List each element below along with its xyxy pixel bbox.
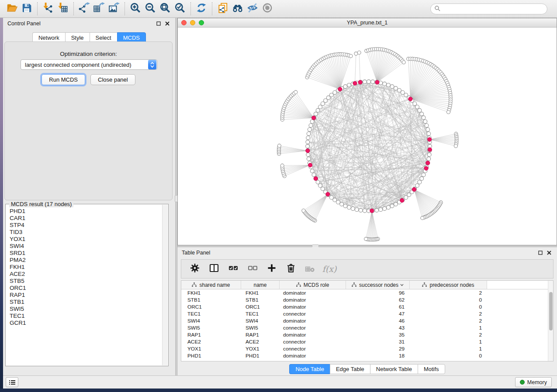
close-panel-button[interactable]: Close panel: [90, 74, 135, 85]
close-table-panel-icon[interactable]: [546, 249, 553, 256]
select-all-button[interactable]: [227, 262, 240, 275]
table-header: shared namenameMCDS rolesuccessor nodesp…: [181, 281, 553, 289]
search-modules-button[interactable]: [230, 1, 245, 16]
main-toolbar: [0, 0, 557, 18]
mcds-result-item[interactable]: CAR1: [10, 215, 163, 222]
select-all-icon: [228, 263, 239, 275]
function-button[interactable]: f(x): [323, 262, 336, 275]
close-panel-icon[interactable]: [164, 20, 171, 27]
table-toolbar: f(x): [181, 259, 554, 279]
table-row[interactable]: TEC1TEC1connector472: [181, 310, 553, 317]
table-row[interactable]: FKH1FKH1dominator962: [181, 289, 553, 296]
table-row[interactable]: ORC1ORC1dominator610: [181, 303, 553, 310]
mcds-list-scrollbar[interactable]: [162, 205, 168, 365]
gear-button[interactable]: [188, 262, 201, 275]
desktop-wallpaper-bottom: [0, 389, 557, 392]
cell-mcds_role: connector: [280, 325, 346, 331]
tab-node-table[interactable]: Node Table: [289, 364, 330, 374]
column-label: name: [253, 282, 266, 288]
table-row[interactable]: RAP1RAP1dominator352: [181, 331, 553, 338]
mcds-result-item[interactable]: TID3: [10, 229, 163, 236]
export-image-button[interactable]: [107, 1, 121, 16]
tab-motifs[interactable]: Motifs: [418, 364, 445, 374]
zoom-fit-button[interactable]: [158, 1, 173, 16]
run-mcds-button[interactable]: Run MCDS: [42, 74, 85, 85]
mcds-result-item[interactable]: PHD1: [10, 208, 163, 215]
tab-edge-table[interactable]: Edge Table: [330, 364, 370, 374]
import-network-button[interactable]: [41, 1, 55, 16]
table-row[interactable]: YOX1YOX1connector291: [181, 345, 553, 352]
table-scrollbar[interactable]: [548, 281, 553, 361]
network-view-window: YPA_prune.txt_1: [177, 18, 557, 245]
show-graphics-button[interactable]: [260, 1, 275, 16]
mcds-result-item[interactable]: SRD1: [10, 250, 163, 257]
cell-name: SWI5: [241, 325, 280, 331]
cell-name: TEC1: [241, 311, 280, 317]
mcds-result-item[interactable]: FKH1: [10, 264, 163, 271]
zoom-fit-icon: [159, 2, 171, 15]
table-panel-title: Table Panel: [182, 250, 535, 256]
mcds-result-item[interactable]: PMA2: [10, 257, 163, 264]
save-button[interactable]: [19, 1, 34, 16]
search-box[interactable]: [430, 3, 547, 14]
mcds-result-item[interactable]: STB1: [10, 299, 163, 306]
maximize-window-icon[interactable]: [199, 20, 204, 25]
column-header-successor-nodes[interactable]: successor nodes: [346, 281, 410, 289]
cell-shared_name: STB1: [181, 297, 241, 303]
mcds-result-item[interactable]: STB5: [10, 278, 163, 285]
cell-successor_nodes: 29: [346, 346, 410, 352]
tab-network-table[interactable]: Network Table: [370, 364, 418, 374]
minimize-window-icon[interactable]: [190, 20, 195, 25]
optimization-dropdown[interactable]: largest connected component (undirected): [21, 59, 157, 70]
hide-graphics-button[interactable]: [245, 1, 260, 16]
column-header-predecessor-nodes[interactable]: predecessor nodes: [410, 281, 487, 289]
mcds-result-item[interactable]: TEC1: [10, 313, 163, 320]
add-button[interactable]: [265, 262, 278, 275]
refresh-button[interactable]: [194, 1, 209, 16]
zoom-selected-button[interactable]: [173, 1, 187, 16]
zoom-in-button[interactable]: [128, 1, 143, 16]
optimization-dropdown-value: largest connected component (undirected): [21, 62, 148, 68]
import-table-button[interactable]: [55, 1, 70, 16]
mcds-result-item[interactable]: ACE2: [10, 271, 163, 278]
table-row[interactable]: PHD1PHD1dominator180: [181, 352, 553, 359]
mcds-result-item[interactable]: YOX1: [10, 236, 163, 243]
status-bar: Memory: [3, 375, 557, 389]
mcds-result-item[interactable]: GCR1: [10, 320, 163, 327]
network-canvas-svg[interactable]: [178, 28, 557, 245]
toolbar-separator: [73, 2, 74, 15]
float-panel-icon[interactable]: [155, 20, 162, 27]
columns-icon: [209, 263, 219, 275]
export-network-button[interactable]: [77, 1, 92, 16]
mcds-result-item[interactable]: SWI4: [10, 243, 163, 250]
search-input[interactable]: [440, 6, 543, 13]
delete-button[interactable]: [284, 262, 298, 275]
table-scrollbar-thumb[interactable]: [549, 292, 553, 330]
cell-successor_nodes: 47: [346, 311, 410, 317]
mcds-result-item[interactable]: STP4: [10, 222, 163, 229]
float-table-panel-icon[interactable]: [537, 249, 544, 256]
clone-network-button[interactable]: [215, 1, 230, 16]
zoom-out-button[interactable]: [143, 1, 158, 16]
export-table-button[interactable]: [92, 1, 107, 16]
memory-button[interactable]: Memory: [515, 377, 552, 387]
mcds-result-item[interactable]: ORC1: [10, 285, 163, 292]
column-header-shared-name[interactable]: shared name: [181, 281, 241, 289]
export-table-icon: [93, 2, 105, 15]
columns-button[interactable]: [208, 262, 221, 275]
column-header-name[interactable]: name: [241, 281, 280, 289]
mcds-result-item[interactable]: RAP1: [10, 292, 163, 299]
table-row[interactable]: ACE2ACE2connector311: [181, 338, 553, 345]
delete-table-button[interactable]: [304, 262, 317, 275]
task-history-button[interactable]: [6, 377, 18, 387]
cell-name: ACE2: [241, 339, 280, 345]
close-window-icon[interactable]: [181, 20, 187, 25]
column-header-MCDS-role[interactable]: MCDS role: [280, 281, 346, 289]
deselect-all-button[interactable]: [246, 262, 259, 275]
table-row[interactable]: SWI4SWI4dominator462: [181, 317, 553, 324]
mcds-result-item[interactable]: SWI5: [10, 306, 163, 313]
open-button[interactable]: [4, 1, 19, 16]
node-table: shared namenameMCDS rolesuccessor nodesp…: [181, 280, 554, 361]
table-row[interactable]: SWI5SWI5connector431: [181, 324, 553, 331]
table-row[interactable]: STB1STB1dominator620: [181, 296, 553, 303]
